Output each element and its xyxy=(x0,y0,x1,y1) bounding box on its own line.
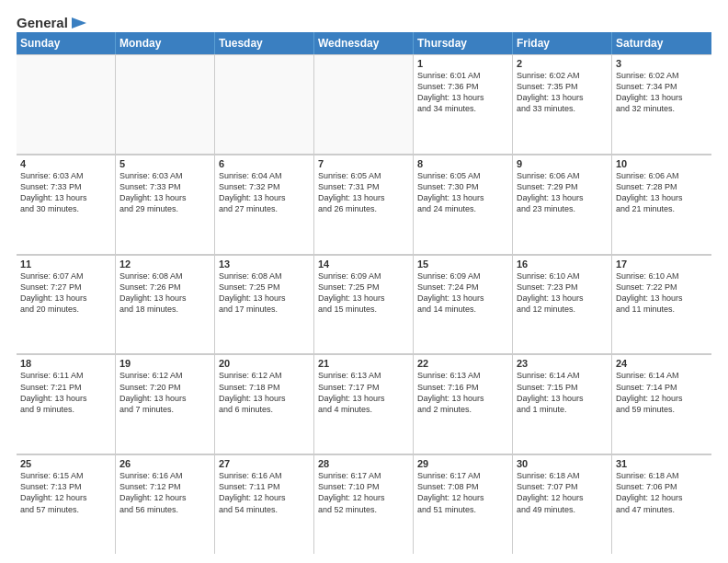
logo: General xyxy=(17,15,88,29)
day-info-27: Sunrise: 6:16 AM Sunset: 7:11 PM Dayligh… xyxy=(219,470,310,515)
day-info-31: Sunrise: 6:18 AM Sunset: 7:06 PM Dayligh… xyxy=(616,470,708,515)
day-info-25: Sunrise: 6:15 AM Sunset: 7:13 PM Dayligh… xyxy=(20,470,111,515)
day-cell-12: 12Sunrise: 6:08 AM Sunset: 7:26 PM Dayli… xyxy=(116,255,215,354)
day-info-11: Sunrise: 6:07 AM Sunset: 7:27 PM Dayligh… xyxy=(20,270,111,316)
page: General Sunday Monday Tuesday Wednesday … xyxy=(0,0,728,563)
header-thursday: Thursday xyxy=(414,32,513,54)
header-monday: Monday xyxy=(116,32,215,54)
svg-marker-0 xyxy=(72,17,86,29)
week-row-2: 11Sunrise: 6:07 AM Sunset: 7:27 PM Dayli… xyxy=(17,255,711,355)
day-cell-30: 30Sunrise: 6:18 AM Sunset: 7:07 PM Dayli… xyxy=(513,454,612,554)
day-number-24: 24 xyxy=(616,358,708,369)
day-cell-27: 27Sunrise: 6:16 AM Sunset: 7:11 PM Dayli… xyxy=(215,454,314,554)
day-cell-16: 16Sunrise: 6:10 AM Sunset: 7:23 PM Dayli… xyxy=(513,255,612,354)
day-cell-23: 23Sunrise: 6:14 AM Sunset: 7:15 PM Dayli… xyxy=(513,354,612,454)
header-friday: Friday xyxy=(513,32,612,54)
calendar-header: Sunday Monday Tuesday Wednesday Thursday… xyxy=(17,32,711,54)
day-info-22: Sunrise: 6:13 AM Sunset: 7:16 PM Dayligh… xyxy=(417,370,508,415)
day-number-12: 12 xyxy=(119,259,210,270)
day-info-5: Sunrise: 6:03 AM Sunset: 7:33 PM Dayligh… xyxy=(119,170,210,215)
day-number-27: 27 xyxy=(219,458,310,469)
day-cell-14: 14Sunrise: 6:09 AM Sunset: 7:25 PM Dayli… xyxy=(314,255,414,354)
day-cell-26: 26Sunrise: 6:16 AM Sunset: 7:12 PM Dayli… xyxy=(116,454,215,554)
day-info-10: Sunrise: 6:06 AM Sunset: 7:28 PM Dayligh… xyxy=(616,170,708,215)
day-info-29: Sunrise: 6:17 AM Sunset: 7:08 PM Dayligh… xyxy=(417,470,508,515)
day-cell-4: 4Sunrise: 6:03 AM Sunset: 7:33 PM Daylig… xyxy=(17,155,116,254)
day-number-20: 20 xyxy=(219,358,310,369)
day-number-26: 26 xyxy=(119,458,210,469)
day-info-14: Sunrise: 6:09 AM Sunset: 7:25 PM Dayligh… xyxy=(318,270,409,316)
day-number-15: 15 xyxy=(417,259,508,270)
day-info-15: Sunrise: 6:09 AM Sunset: 7:24 PM Dayligh… xyxy=(417,270,508,316)
day-cell-22: 22Sunrise: 6:13 AM Sunset: 7:16 PM Dayli… xyxy=(414,354,513,454)
week-row-3: 18Sunrise: 6:11 AM Sunset: 7:21 PM Dayli… xyxy=(17,354,711,454)
day-cell-3: 3Sunrise: 6:02 AM Sunset: 7:34 PM Daylig… xyxy=(612,54,711,154)
day-number-9: 9 xyxy=(517,158,608,169)
day-cell-10: 10Sunrise: 6:06 AM Sunset: 7:28 PM Dayli… xyxy=(612,155,711,254)
calendar: Sunday Monday Tuesday Wednesday Thursday… xyxy=(17,32,711,554)
week-row-1: 4Sunrise: 6:03 AM Sunset: 7:33 PM Daylig… xyxy=(17,155,711,255)
day-number-2: 2 xyxy=(517,58,608,69)
day-number-13: 13 xyxy=(219,259,310,270)
day-cell-19: 19Sunrise: 6:12 AM Sunset: 7:20 PM Dayli… xyxy=(116,354,215,454)
day-info-7: Sunrise: 6:05 AM Sunset: 7:31 PM Dayligh… xyxy=(318,170,409,215)
day-info-21: Sunrise: 6:13 AM Sunset: 7:17 PM Dayligh… xyxy=(318,370,409,415)
day-info-1: Sunrise: 6:01 AM Sunset: 7:36 PM Dayligh… xyxy=(417,70,508,115)
day-number-28: 28 xyxy=(318,458,409,469)
day-number-8: 8 xyxy=(417,158,508,169)
day-number-17: 17 xyxy=(616,259,708,270)
day-cell-24: 24Sunrise: 6:14 AM Sunset: 7:14 PM Dayli… xyxy=(612,354,711,454)
day-cell-1: 1Sunrise: 6:01 AM Sunset: 7:36 PM Daylig… xyxy=(414,54,513,154)
day-number-10: 10 xyxy=(616,158,708,169)
day-info-24: Sunrise: 6:14 AM Sunset: 7:14 PM Dayligh… xyxy=(616,370,708,415)
header: General xyxy=(17,15,711,29)
day-number-4: 4 xyxy=(20,158,111,169)
day-info-12: Sunrise: 6:08 AM Sunset: 7:26 PM Dayligh… xyxy=(119,270,210,316)
day-cell-28: 28Sunrise: 6:17 AM Sunset: 7:10 PM Dayli… xyxy=(314,454,414,554)
day-info-30: Sunrise: 6:18 AM Sunset: 7:07 PM Dayligh… xyxy=(517,470,608,515)
day-number-21: 21 xyxy=(318,358,409,369)
day-number-22: 22 xyxy=(417,358,508,369)
day-info-19: Sunrise: 6:12 AM Sunset: 7:20 PM Dayligh… xyxy=(119,370,210,415)
day-cell-9: 9Sunrise: 6:06 AM Sunset: 7:29 PM Daylig… xyxy=(513,155,612,254)
day-info-6: Sunrise: 6:04 AM Sunset: 7:32 PM Dayligh… xyxy=(219,170,310,215)
calendar-body: 1Sunrise: 6:01 AM Sunset: 7:36 PM Daylig… xyxy=(17,54,711,554)
day-info-16: Sunrise: 6:10 AM Sunset: 7:23 PM Dayligh… xyxy=(517,270,608,316)
day-info-4: Sunrise: 6:03 AM Sunset: 7:33 PM Dayligh… xyxy=(20,170,111,215)
day-cell-15: 15Sunrise: 6:09 AM Sunset: 7:24 PM Dayli… xyxy=(414,255,513,354)
day-number-29: 29 xyxy=(417,458,508,469)
empty-cell-0-1 xyxy=(116,54,215,154)
week-row-4: 25Sunrise: 6:15 AM Sunset: 7:13 PM Dayli… xyxy=(17,454,711,554)
day-info-13: Sunrise: 6:08 AM Sunset: 7:25 PM Dayligh… xyxy=(219,270,310,316)
day-number-7: 7 xyxy=(318,158,409,169)
day-cell-20: 20Sunrise: 6:12 AM Sunset: 7:18 PM Dayli… xyxy=(215,354,314,454)
day-info-8: Sunrise: 6:05 AM Sunset: 7:30 PM Dayligh… xyxy=(417,170,508,215)
empty-cell-0-0 xyxy=(17,54,116,154)
day-info-20: Sunrise: 6:12 AM Sunset: 7:18 PM Dayligh… xyxy=(219,370,310,415)
empty-cell-0-3 xyxy=(314,54,414,154)
day-cell-2: 2Sunrise: 6:02 AM Sunset: 7:35 PM Daylig… xyxy=(513,54,612,154)
day-cell-21: 21Sunrise: 6:13 AM Sunset: 7:17 PM Dayli… xyxy=(314,354,414,454)
day-cell-31: 31Sunrise: 6:18 AM Sunset: 7:06 PM Dayli… xyxy=(612,454,711,554)
day-cell-18: 18Sunrise: 6:11 AM Sunset: 7:21 PM Dayli… xyxy=(17,354,116,454)
day-number-16: 16 xyxy=(517,259,608,270)
day-cell-5: 5Sunrise: 6:03 AM Sunset: 7:33 PM Daylig… xyxy=(116,155,215,254)
header-tuesday: Tuesday xyxy=(215,32,314,54)
header-saturday: Saturday xyxy=(612,32,711,54)
day-info-3: Sunrise: 6:02 AM Sunset: 7:34 PM Dayligh… xyxy=(616,70,708,115)
day-cell-29: 29Sunrise: 6:17 AM Sunset: 7:08 PM Dayli… xyxy=(414,454,513,554)
day-number-3: 3 xyxy=(616,58,708,69)
day-cell-17: 17Sunrise: 6:10 AM Sunset: 7:22 PM Dayli… xyxy=(612,255,711,354)
day-number-19: 19 xyxy=(119,358,210,369)
day-cell-7: 7Sunrise: 6:05 AM Sunset: 7:31 PM Daylig… xyxy=(314,155,414,254)
day-info-2: Sunrise: 6:02 AM Sunset: 7:35 PM Dayligh… xyxy=(517,70,608,115)
day-number-6: 6 xyxy=(219,158,310,169)
week-row-0: 1Sunrise: 6:01 AM Sunset: 7:36 PM Daylig… xyxy=(17,54,711,155)
empty-cell-0-2 xyxy=(215,54,314,154)
header-wednesday: Wednesday xyxy=(314,32,414,54)
day-number-18: 18 xyxy=(20,358,111,369)
logo-flag-icon xyxy=(70,16,88,30)
day-number-11: 11 xyxy=(20,259,111,270)
day-cell-8: 8Sunrise: 6:05 AM Sunset: 7:30 PM Daylig… xyxy=(414,155,513,254)
day-cell-25: 25Sunrise: 6:15 AM Sunset: 7:13 PM Dayli… xyxy=(17,454,116,554)
